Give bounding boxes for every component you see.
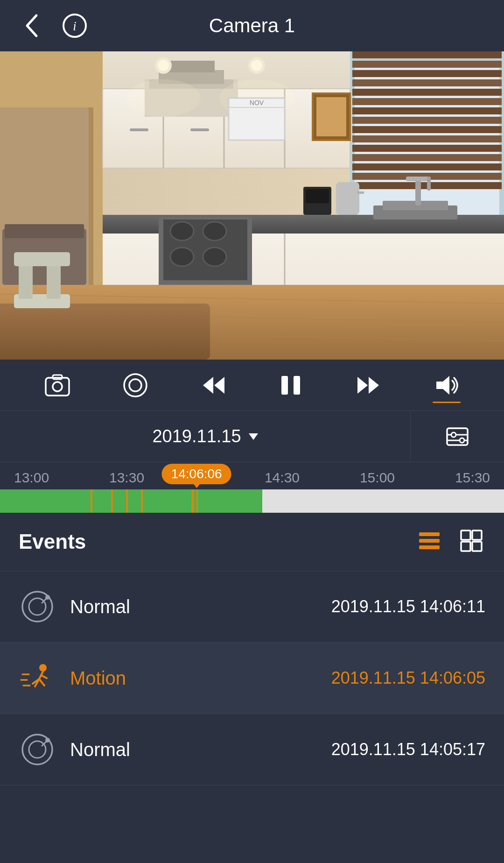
rewind-button[interactable] [199, 371, 227, 399]
header: i Camera 1 [0, 0, 504, 51]
screenshot-button[interactable] [43, 371, 71, 399]
svg-rect-82 [14, 252, 70, 266]
svg-point-58 [170, 248, 194, 266]
svg-rect-78 [0, 304, 210, 360]
chevron-down-icon [249, 433, 258, 440]
timeline-markers: 14:06:06 [0, 489, 504, 513]
event-marker-3 [126, 489, 128, 513]
page-title: Camera 1 [209, 14, 295, 37]
timeline-label-1330: 13:30 [109, 470, 144, 486]
record-button[interactable] [121, 371, 149, 399]
timeline-labels: 13:00 13:30 14:30 15:00 15:30 [0, 470, 504, 486]
svg-rect-67 [415, 177, 421, 205]
event-name-3: Normal [70, 739, 317, 760]
svg-rect-21 [352, 145, 502, 152]
svg-rect-109 [419, 532, 440, 536]
svg-point-125 [45, 738, 50, 743]
timeline-track[interactable]: 14:06:06 [0, 489, 504, 513]
camera-view: NOV [0, 51, 504, 360]
svg-rect-8 [5, 224, 84, 238]
svg-point-118 [45, 595, 50, 600]
event-name-2: Motion [70, 668, 317, 689]
svg-marker-99 [203, 377, 213, 394]
timeline-cursor: 14:06:06 [162, 464, 231, 484]
event-item-1[interactable]: Normal 2019.11.15 14:06:11 [0, 571, 504, 643]
timeline-label-1500: 15:00 [360, 470, 395, 486]
svg-point-95 [53, 382, 62, 391]
fast-forward-button[interactable] [355, 371, 383, 399]
svg-rect-110 [419, 539, 440, 543]
list-view-button[interactable] [415, 527, 443, 557]
timeline-label-1300: 13:00 [14, 470, 49, 486]
event-time-1: 2019.11.15 14:06:11 [331, 597, 485, 616]
svg-rect-20 [352, 135, 502, 142]
svg-point-87 [126, 79, 201, 117]
svg-point-119 [39, 664, 47, 672]
volume-button[interactable] [433, 371, 461, 399]
svg-rect-13 [352, 70, 502, 77]
svg-rect-68 [406, 177, 429, 181]
svg-marker-100 [214, 377, 224, 394]
svg-rect-73 [357, 191, 364, 194]
timeline-container: 13:00 13:30 14:30 15:00 15:30 14:06:06 [0, 462, 504, 513]
event-icon-normal-1 [19, 588, 56, 625]
timeline-cursor-line [196, 489, 198, 513]
events-header: Events [0, 513, 504, 571]
date-filter-row: 2019.11.15 [0, 411, 504, 462]
svg-marker-105 [436, 376, 449, 395]
event-marker-1 [91, 489, 92, 513]
svg-point-56 [170, 222, 194, 241]
svg-rect-111 [419, 545, 440, 549]
event-time-3: 2019.11.15 14:05:17 [331, 740, 485, 759]
svg-rect-11 [352, 51, 502, 58]
svg-rect-114 [461, 542, 470, 551]
date-text: 2019.11.15 [152, 426, 241, 446]
svg-rect-71 [306, 189, 329, 203]
event-icon-motion [19, 659, 56, 697]
svg-rect-37 [130, 128, 148, 131]
svg-rect-15 [352, 89, 502, 96]
svg-rect-38 [190, 128, 209, 131]
svg-point-108 [460, 438, 464, 443]
svg-point-84 [158, 60, 169, 71]
events-actions [415, 527, 485, 557]
svg-rect-112 [461, 531, 470, 540]
timeline-label-1430: 14:30 [265, 470, 300, 486]
event-name-1: Normal [70, 596, 317, 617]
filter-button[interactable] [411, 411, 504, 462]
svg-rect-69 [427, 177, 431, 191]
info-button[interactable]: i [61, 12, 89, 40]
event-marker-4 [141, 489, 143, 513]
svg-point-98 [129, 379, 141, 391]
svg-rect-22 [352, 154, 502, 161]
svg-rect-17 [352, 107, 502, 114]
svg-rect-18 [352, 117, 502, 124]
svg-rect-12 [352, 61, 502, 68]
svg-rect-14 [352, 79, 502, 86]
svg-rect-16 [352, 98, 502, 105]
svg-point-107 [451, 432, 456, 437]
svg-rect-72 [336, 182, 359, 215]
header-left: i [19, 12, 89, 40]
date-picker[interactable]: 2019.11.15 [0, 411, 411, 462]
pause-button[interactable] [277, 371, 305, 399]
event-item-3[interactable]: Normal 2019.11.15 14:05:17 [0, 714, 504, 785]
event-time-2: 2019.11.15 14:06:05 [331, 668, 485, 688]
back-button[interactable] [19, 12, 47, 40]
svg-rect-106 [447, 428, 468, 445]
event-marker-2 [111, 489, 113, 513]
svg-rect-90 [316, 97, 346, 136]
timeline-label-1530: 15:30 [455, 470, 490, 486]
svg-point-97 [124, 374, 147, 396]
controls-bar [0, 360, 504, 411]
svg-rect-101 [281, 376, 288, 395]
svg-point-86 [251, 60, 262, 71]
svg-marker-104 [369, 377, 379, 394]
svg-point-59 [203, 248, 226, 266]
event-icon-normal-2 [19, 731, 56, 768]
event-item-2[interactable]: Motion 2019.11.15 14:06:05 [0, 643, 504, 714]
event-marker-5 [191, 489, 194, 513]
grid-view-button[interactable] [457, 527, 485, 557]
svg-rect-44 [168, 61, 215, 72]
svg-point-57 [203, 222, 226, 241]
